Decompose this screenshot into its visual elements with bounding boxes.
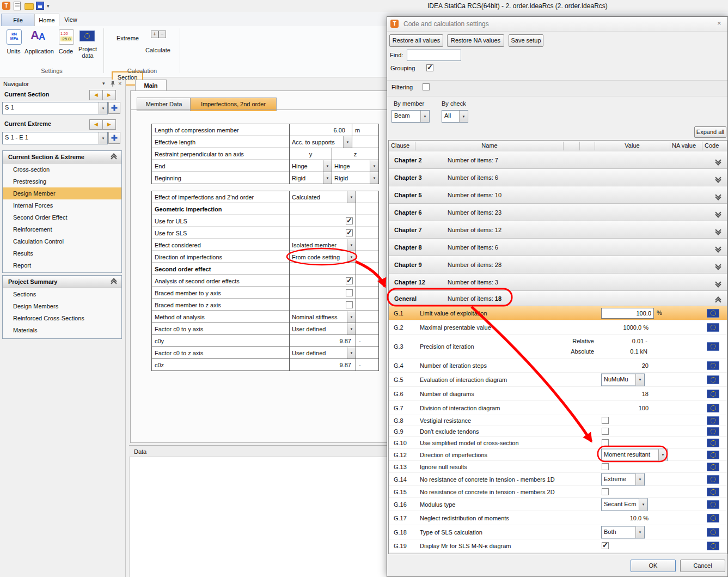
eu-flag-icon[interactable]	[707, 375, 719, 384]
setting-row-g7[interactable]: G.7Division of interaction diagram 100	[389, 401, 727, 415]
chapter-row-5[interactable]: Chapter 5Number of items: 10	[389, 186, 727, 204]
next-extreme-button[interactable]	[102, 119, 116, 130]
eu-flag-icon[interactable]	[707, 390, 719, 398]
units-button[interactable]: Units	[2, 48, 25, 54]
sidebar-item-calculation-control[interactable]: Calculation Control	[3, 235, 121, 247]
setting-row-g3[interactable]: G.3Precision of iteration Relative 0.01 …	[389, 335, 727, 359]
sls-checkbox[interactable]	[346, 229, 353, 236]
setting-row-g19[interactable]: G.19Display Mr for SLS M-N-κ diagram	[389, 539, 727, 552]
project-data-button[interactable]: Project data	[75, 46, 100, 59]
sidebar-item-reinforcement[interactable]: Reinforcement	[3, 223, 121, 235]
eu-flag-icon[interactable]	[707, 542, 719, 550]
restore-all-values-button[interactable]: Restore all values	[389, 34, 443, 47]
setting-row-g4[interactable]: G.4Number of iteration steps 20	[389, 359, 727, 373]
end-z-dropdown[interactable]: Hinge	[332, 160, 379, 172]
double-chevron-down-icon[interactable]	[716, 193, 720, 197]
chapter-row-2[interactable]: Chapter 2Number of items: 7	[389, 151, 727, 169]
tab-main[interactable]: Main	[135, 80, 167, 92]
setting-row-g12[interactable]: G.12Direction of imperfections Moment re…	[389, 449, 727, 461]
no-tension-2d-checkbox[interactable]	[602, 488, 609, 495]
chapter-row-12[interactable]: Chapter 12Number of items: 3	[389, 274, 727, 291]
interaction-diagram-dropdown[interactable]: NuMuMu	[601, 373, 645, 386]
restore-na-values-button[interactable]: Restore NA values	[447, 34, 504, 47]
tab-view[interactable]: View	[59, 14, 83, 26]
section-extreme-group-header[interactable]: Current Section & Extreme	[3, 151, 121, 163]
sidebar-item-second-order-effect[interactable]: Second Order Effect	[3, 211, 121, 223]
by-member-select[interactable]: Beam	[391, 110, 430, 123]
eu-flag-icon[interactable]	[707, 451, 719, 459]
tab-file[interactable]: File	[1, 14, 35, 27]
effect-dropdown[interactable]: Calculated	[290, 191, 356, 203]
filtering-checkbox[interactable]	[423, 83, 430, 90]
braced-z-checkbox[interactable]	[346, 301, 353, 308]
setting-row-g6[interactable]: G.6Number of diagrams 18	[389, 387, 727, 401]
eu-flag-icon[interactable]	[707, 427, 719, 436]
sidebar-item-design-member[interactable]: Design Member	[3, 187, 121, 199]
setting-row-g1[interactable]: G.1Limit value of exploitation %	[389, 306, 727, 320]
chapter-row-8[interactable]: Chapter 8Number of items: 6	[389, 239, 727, 256]
ignore-null-results-checkbox[interactable]	[602, 463, 609, 470]
column-name[interactable]: Name	[416, 142, 563, 149]
sidebar-item-cross-section[interactable]: Cross-section	[3, 163, 121, 175]
save-icon[interactable]	[36, 2, 44, 10]
expand-all-button[interactable]: Expand all	[694, 126, 726, 138]
code-button[interactable]: Code	[57, 48, 75, 54]
sidebar-item-materials[interactable]: Materials	[3, 324, 121, 336]
current-section-select[interactable]: S 1	[2, 102, 108, 114]
column-na-value[interactable]: NA value	[672, 142, 696, 149]
eu-flag-icon[interactable]	[707, 342, 719, 351]
chapter-row-general[interactable]: GeneralNumber of items: 18	[389, 291, 727, 306]
double-chevron-down-icon[interactable]	[716, 263, 720, 267]
uls-checkbox[interactable]	[346, 217, 353, 224]
eu-flag-icon[interactable]	[707, 361, 719, 370]
factor-c0-z-dropdown[interactable]: User defined	[290, 347, 356, 359]
sidebar-item-sections[interactable]: Sections	[3, 288, 121, 300]
open-folder-icon[interactable]	[25, 3, 34, 10]
setting-value[interactable]: 1000.0 %	[623, 324, 649, 331]
grouping-checkbox[interactable]	[426, 64, 433, 71]
double-chevron-down-icon[interactable]	[716, 228, 720, 232]
chapter-row-7[interactable]: Chapter 7Number of items: 12	[389, 221, 727, 239]
setting-row-g15[interactable]: G.15No resistance of concrete in tension…	[389, 486, 727, 498]
setting-row-g10[interactable]: G.10Use simplified model of cross-sectio…	[389, 437, 727, 449]
next-section-button[interactable]	[102, 90, 116, 100]
eu-flag-icon[interactable]	[707, 323, 719, 332]
eu-flag-icon[interactable]	[707, 463, 719, 471]
column-code[interactable]: Code	[705, 142, 719, 149]
setting-value[interactable]: 10.0 %	[630, 515, 649, 521]
sidebar-item-internal-forces[interactable]: Internal Forces	[3, 199, 121, 211]
extreme-button[interactable]: Extreme	[117, 35, 139, 41]
direction-of-imperfections-dropdown[interactable]: Moment resultant	[601, 448, 668, 461]
beginning-y-dropdown[interactable]: Rigid	[290, 172, 332, 184]
eu-flag-icon[interactable]	[707, 309, 719, 318]
sidebar-item-design-members[interactable]: Design Members	[3, 300, 121, 312]
simplified-model-checkbox[interactable]	[602, 439, 609, 446]
setting-row-g9[interactable]: G.9Don't exclude tendons	[389, 426, 727, 437]
double-chevron-down-icon[interactable]	[716, 210, 720, 215]
braced-y-checkbox[interactable]	[346, 289, 353, 296]
display-mr-checkbox[interactable]	[602, 542, 609, 549]
dialog-title-bar[interactable]: T Code and calculation settings ×	[387, 17, 727, 32]
eu-flag-icon[interactable]	[707, 404, 719, 412]
sidebar-item-results[interactable]: Results	[3, 247, 121, 259]
setting-row-g5[interactable]: G.5Evaluation of interaction diagram NuM…	[389, 373, 727, 387]
setting-row-g14[interactable]: G.14No resistance of concrete in tension…	[389, 473, 727, 486]
absolute-value[interactable]: 0.1 kN	[630, 348, 647, 355]
c0z-value-cell[interactable]: 9.87	[290, 359, 356, 371]
setting-row-g17[interactable]: G.17Neglect redistribution of moments 10…	[389, 511, 727, 525]
effect-considered-dropdown[interactable]: Isolated member	[290, 239, 356, 251]
eu-flag-icon[interactable]	[707, 528, 719, 537]
exclude-tendons-checkbox[interactable]	[602, 428, 609, 435]
no-tension-1d-dropdown[interactable]: Extreme	[601, 473, 645, 485]
sidebar-item-report[interactable]: Report	[3, 259, 121, 271]
eu-flag-icon[interactable]	[707, 514, 719, 523]
sidebar-item-reinforced-cross-sections[interactable]: Reinforced Cross-Sections	[3, 312, 121, 324]
relative-value[interactable]: 0.01 -	[632, 338, 647, 344]
tab-home[interactable]: Home	[34, 14, 59, 27]
setting-row-g13[interactable]: G.13Ignore null results	[389, 461, 727, 473]
double-chevron-up-icon[interactable]	[112, 154, 116, 159]
setting-value[interactable]: 18	[642, 391, 649, 397]
setting-row-g16[interactable]: G.16Modulus type Secant Ecm	[389, 498, 727, 511]
method-of-analysis-dropdown[interactable]: Nominal stiffness	[290, 311, 356, 323]
c0y-value-cell[interactable]: 9.87	[290, 335, 356, 347]
